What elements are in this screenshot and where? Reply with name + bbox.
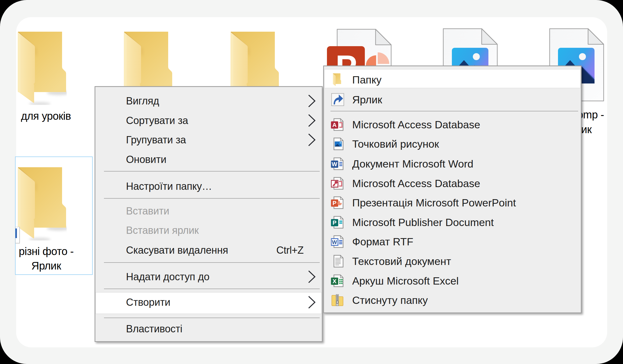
svg-text:W: W	[332, 239, 337, 245]
svg-text:P: P	[333, 219, 337, 226]
svg-text:X: X	[333, 278, 337, 285]
svg-text:W: W	[332, 161, 337, 168]
svg-text:P: P	[333, 200, 337, 206]
svg-text:A: A	[332, 122, 337, 128]
